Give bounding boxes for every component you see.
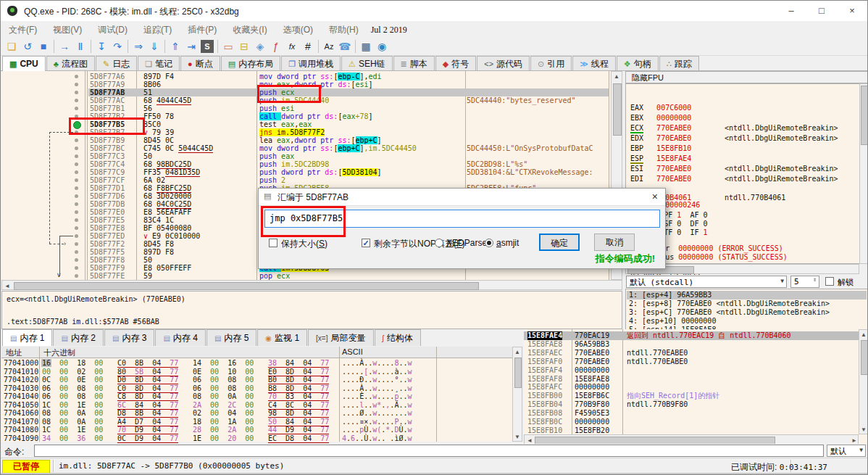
step-out-icon[interactable]: ⇑: [167, 38, 183, 54]
menu-item[interactable]: 收藏夹(I): [225, 21, 275, 39]
argument-row[interactable]: 4: [esp+10] 00000000: [629, 317, 716, 326]
disasm-row[interactable]: 5D8F77B98D45 0Clea eax,dword ptr ss:[ebp…: [1, 136, 609, 144]
disasm-row[interactable]: 5D8F77B156push esi: [1, 104, 609, 112]
asmjit-radio[interactable]: [485, 239, 493, 247]
register-row[interactable]: ESP 15E8FAE4: [630, 154, 691, 163]
xedparse-radio[interactable]: [435, 239, 443, 247]
arg-count-stepper[interactable]: 5⇕: [790, 276, 819, 288]
bottom-tab-内存 1[interactable]: ▤内存 1: [2, 329, 52, 346]
bottom-tab-内存 3[interactable]: ▤内存 3: [104, 329, 154, 346]
skip-exceptions-icon[interactable]: S: [201, 40, 214, 53]
tab-CPU[interactable]: ▦CPU: [2, 56, 46, 71]
register-row[interactable]: EAX 007C6000: [630, 104, 691, 112]
restart-icon[interactable]: ↺: [20, 38, 36, 54]
tab-线程[interactable]: ≫线程: [572, 56, 616, 70]
dialog-close-icon[interactable]: ×: [652, 191, 658, 202]
arguments-panel[interactable]: 1: [esp+4] 96A59BB32: [esp+8] 770EABE0 <…: [625, 289, 868, 331]
argument-row[interactable]: 1: [esp+4] 96A59BB3: [629, 291, 711, 300]
keep-size-checkbox[interactable]: [269, 239, 277, 247]
tab-流程图[interactable]: ♣流程图: [46, 56, 95, 70]
register-row[interactable]: ESI 770EABE0<ntdll.DbgUiRemoteBreakin>: [630, 165, 691, 173]
run-to-user-code-icon[interactable]: ⇥: [183, 38, 199, 54]
unlock-checkbox[interactable]: [825, 277, 834, 286]
maximize-button[interactable]: □: [806, 1, 837, 21]
menu-item[interactable]: 追踪(T): [135, 21, 180, 39]
label-icon[interactable]: ◈: [252, 38, 268, 54]
command-input[interactable]: [34, 445, 824, 457]
register-row[interactable]: EDI 770EABE0<ntdll.DbgUiRemoteBreakin>: [630, 175, 691, 183]
minimize-button[interactable]: –: [776, 1, 806, 21]
tab-符号[interactable]: ◆符号: [435, 56, 476, 70]
bottom-tab-结构体[interactable]: ʃ结构体: [375, 329, 421, 346]
tab-笔记[interactable]: ❏笔记: [138, 56, 180, 70]
tab-引用[interactable]: ⊙引用: [530, 56, 572, 70]
pause-icon[interactable]: Ⅱ: [72, 38, 88, 54]
menu-item[interactable]: 插件(P): [180, 21, 225, 39]
patch-icon[interactable]: ▭: [220, 38, 236, 54]
stop-icon[interactable]: ■: [36, 38, 51, 54]
memory-dump-panel[interactable]: 地址 十六进制 ASCII 7704100016 00 18 00C0 8B 0…: [1, 347, 512, 442]
calling-convention-select[interactable]: 默认 (stdcall)▼: [626, 276, 787, 288]
tab-源代码[interactable]: <>源代码: [477, 56, 530, 70]
tab-脚本[interactable]: ≣脚本: [393, 56, 435, 70]
step-over-icon[interactable]: ↷: [109, 38, 125, 54]
dialog-title-bar[interactable]: ▤ 汇编于 5D8F77AB ×: [259, 189, 665, 206]
function-icon[interactable]: ƒ: [268, 38, 284, 54]
hide-fpu-button[interactable]: 隐藏FPU: [625, 71, 868, 83]
comment-icon[interactable]: ⊟: [236, 38, 252, 54]
bottom-tab-内存 5[interactable]: ▤内存 5: [206, 329, 256, 346]
bottom-tab-局部变量[interactable]: [x=]局部变量: [308, 329, 373, 346]
cancel-button[interactable]: 取消: [594, 234, 635, 251]
tab-内存布局[interactable]: ▤内存布局: [221, 56, 280, 70]
bottom-tab-监视 1[interactable]: ◉监视 1: [257, 329, 307, 346]
open-file-icon[interactable]: ❏: [4, 38, 20, 54]
dump-vscrollbar[interactable]: ▲ ▼: [512, 347, 522, 442]
argument-row[interactable]: 2: [esp+8] 770EABE0 <ntdll.DbgUiRemoteBr…: [629, 300, 830, 308]
ok-button[interactable]: 确定: [539, 234, 580, 251]
calculator-icon[interactable]: ▦: [358, 38, 374, 54]
disasm-row[interactable]: 5D8F77CF6A 02push 2: [1, 176, 609, 184]
run-icon[interactable]: →: [57, 38, 72, 54]
disasm-row[interactable]: 5D8F77FE59pop ecx: [1, 272, 609, 280]
disasm-row[interactable]: 5D8F77C9FF35 0481D35Dpush dword ptr ds:[…: [1, 168, 609, 176]
attach-icon[interactable]: ☎: [337, 38, 353, 54]
tab-断点[interactable]: ●断点: [180, 56, 220, 70]
nop-fill-checkbox[interactable]: ✓: [362, 239, 370, 247]
dump-address: 77041090: [4, 434, 38, 442]
strings-icon[interactable]: Az: [321, 38, 337, 54]
disasm-row[interactable]: 5D8F77C350push eax: [1, 152, 609, 160]
bottom-tab-内存 2[interactable]: ▤内存 2: [53, 329, 103, 346]
run-to-cursor-icon[interactable]: ⇒: [130, 38, 146, 54]
menu-item[interactable]: 帮助(H): [321, 21, 367, 39]
register-row[interactable]: EDX 770EABE0<ntdll.DbgUiRemoteBreakin>: [630, 134, 691, 143]
fx-icon[interactable]: fx: [284, 38, 300, 54]
register-row[interactable]: EBX 00000000: [630, 114, 691, 123]
tab-调用堆栈[interactable]: ❐调用堆栈: [281, 56, 341, 70]
registers-vscrollbar[interactable]: [859, 83, 868, 264]
menu-item[interactable]: 选项(O): [275, 21, 321, 39]
disasm-row[interactable]: 5D8F77BCC745 0C 5044C45Dmov dword ptr ss…: [1, 144, 609, 152]
step-into-icon[interactable]: ↧: [93, 38, 109, 54]
execute-till-return-icon[interactable]: ⇓: [146, 38, 162, 54]
disasm-row[interactable]: 5D8F77A6897D F4mov dword ptr ss:[ebp-C],…: [1, 73, 609, 80]
disasm-row[interactable]: 5D8F77C468 98BDC25Dpush im.5DC2BD985DC2B…: [1, 160, 609, 168]
tab-SEH链[interactable]: ⚠SEH链: [341, 56, 393, 70]
register-row[interactable]: ECX 770EABE0<ntdll.DbgUiRemoteBreakin>: [630, 124, 691, 133]
disasm-hscrollbar[interactable]: ◄: [1, 280, 622, 290]
menu-item[interactable]: 文件(F): [1, 21, 45, 39]
command-mode-select[interactable]: 默认▼: [827, 445, 866, 457]
hash-icon[interactable]: #: [300, 38, 316, 54]
stack-vscrollbar[interactable]: ▲ ▼: [859, 329, 868, 434]
argument-row[interactable]: 3: [esp+C] 770EABE0 <ntdll.DbgUiRemoteBr…: [629, 308, 830, 317]
menu-item[interactable]: 调试(D): [90, 21, 135, 39]
settings-globe-icon[interactable]: ◉: [374, 38, 390, 54]
close-button[interactable]: ×: [837, 1, 867, 21]
stack-panel[interactable]: 15E8FAE4770EAC19返回到 ntdll.770EAC19 自 ntd…: [524, 329, 868, 445]
register-row[interactable]: EBP 15E8FB10: [630, 144, 691, 153]
tab-跟踪[interactable]: ∴跟踪: [659, 56, 699, 70]
tab-日志[interactable]: ✎日志: [96, 56, 137, 70]
tab-句柄[interactable]: ❖句柄: [617, 56, 659, 70]
bottom-tab-内存 4[interactable]: ▤内存 4: [155, 329, 205, 346]
stack-hscrollbar[interactable]: ◄ ►: [524, 434, 859, 445]
menu-item[interactable]: 视图(V): [45, 21, 90, 39]
